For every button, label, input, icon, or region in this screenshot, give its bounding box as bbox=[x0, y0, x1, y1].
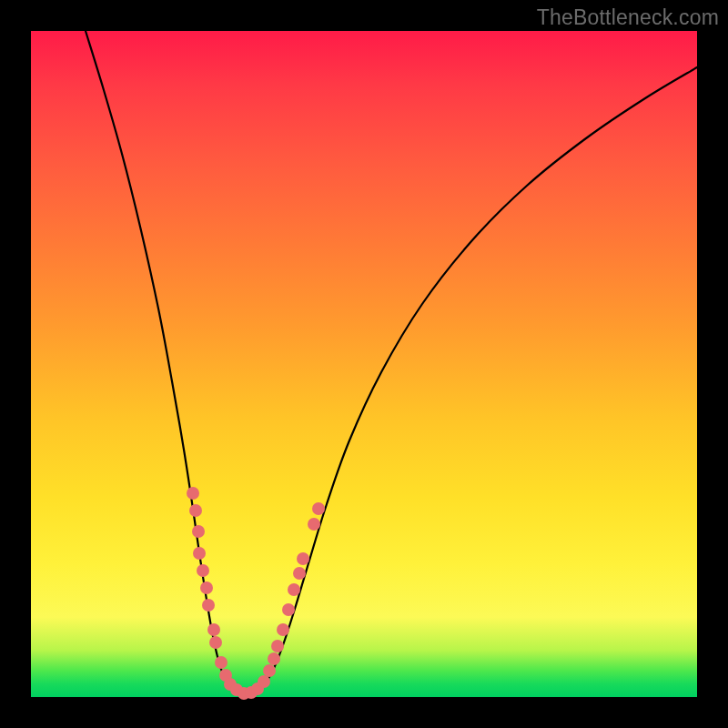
data-point bbox=[209, 636, 222, 649]
curve-left-branch bbox=[86, 31, 246, 695]
plot-area bbox=[31, 31, 697, 697]
curve-layer bbox=[31, 31, 697, 697]
data-point bbox=[200, 581, 213, 594]
chart-frame: TheBottleneck.com bbox=[0, 0, 728, 728]
data-point bbox=[207, 623, 220, 636]
data-point bbox=[268, 652, 280, 665]
data-point bbox=[282, 603, 295, 616]
data-point bbox=[193, 547, 206, 560]
data-point bbox=[197, 564, 209, 577]
data-point bbox=[308, 518, 320, 531]
data-point bbox=[263, 664, 276, 677]
data-point bbox=[192, 525, 205, 538]
data-point bbox=[312, 502, 325, 515]
data-point bbox=[187, 487, 199, 500]
data-point bbox=[297, 552, 309, 565]
data-point bbox=[202, 599, 215, 612]
data-point bbox=[271, 640, 284, 652]
data-point bbox=[277, 623, 289, 636]
data-point bbox=[288, 583, 300, 596]
curve-right-branch bbox=[246, 67, 697, 695]
data-point bbox=[258, 675, 270, 688]
data-point bbox=[215, 656, 228, 669]
data-point bbox=[189, 504, 202, 517]
watermark-text: TheBottleneck.com bbox=[537, 5, 719, 30]
data-point bbox=[293, 567, 306, 580]
